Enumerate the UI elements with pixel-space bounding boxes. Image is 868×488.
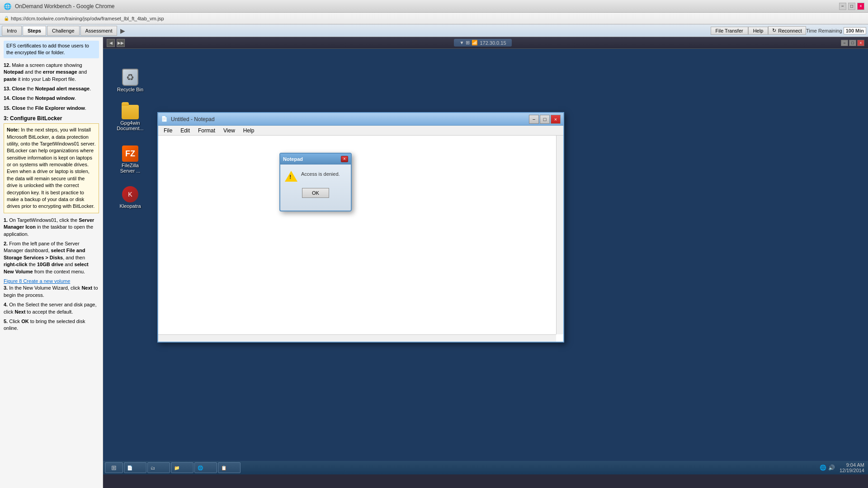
taskbar-item-3[interactable]: 📁 — [171, 462, 193, 473]
vm-area: ◀ ▶▶ ▼ ⊞ 📶 172.30.0.15 − □ × — [103, 37, 868, 488]
taskbar-icon-4: 🌐 — [198, 465, 203, 470]
taskbar-icon-5: 📋 — [221, 465, 226, 470]
nav-bar: Intro Steps Challenge Assessment ▶ File … — [0, 24, 868, 37]
lock-icon: 🔒 — [4, 16, 9, 21]
step-15-num: 15. — [4, 105, 10, 111]
kleopatra-icon[interactable]: K Kleopatra — [112, 184, 148, 211]
address-text[interactable]: https://dcm.toolwire.com/training/jsp/od… — [11, 16, 164, 21]
desktop: Recycle Bin Gpg4win Document... FZ FileZ… — [103, 49, 868, 474]
gpg4win-icon[interactable]: Gpg4win Document... — [112, 103, 148, 133]
configure-step-5: 5. Click OK to bring the selected disk o… — [4, 318, 99, 332]
figure-link[interactable]: Figure 8 Create a new volume — [4, 278, 99, 285]
tab-steps[interactable]: Steps — [23, 26, 46, 36]
configure-step-1: 1. On TargetWindows01, click the Server … — [4, 217, 99, 238]
configure-step-2-text: From the left pane of the Server Manager… — [4, 241, 89, 274]
notepad-content[interactable] — [158, 136, 563, 342]
vm-maximize-btn[interactable]: □ — [849, 40, 856, 46]
taskbar-item-5[interactable]: 📋 — [218, 462, 241, 473]
alert-footer: OK — [280, 185, 351, 201]
note-text: In the next steps, you will Install Micr… — [7, 127, 95, 209]
configure-step-4-text: On the Select the server and disk page, … — [4, 302, 96, 314]
alert-ok-button[interactable]: OK — [302, 188, 329, 198]
time-badge: 100 Min — [844, 27, 866, 34]
gpg4win-label: Gpg4win Document... — [114, 120, 146, 131]
notepad-minimize-btn[interactable]: − — [529, 115, 539, 124]
vm-signal-icon: 📶 — [472, 40, 478, 46]
taskbar-system-icons: 🌐 🔊 — [816, 465, 839, 471]
main-content: EFS certificates to add those users to t… — [0, 37, 868, 488]
kleopatra-label: Kleopatra — [114, 203, 146, 209]
notepad-window: 📄 Untitled - Notepad − □ × File Edit For… — [157, 112, 564, 343]
vm-toolbar-btn[interactable]: ◀ — [107, 39, 115, 47]
vm-minimize-btn[interactable]: − — [841, 40, 848, 46]
recycle-bin-label: Recycle Bin — [114, 87, 146, 92]
browser-maximize-btn[interactable]: □ — [848, 3, 855, 10]
notepad-menu-view[interactable]: View — [220, 127, 239, 135]
configure-step-2-num: 2. — [4, 241, 8, 246]
step-12-text: Make a screen capture showing Notepad an… — [4, 62, 87, 82]
notepad-titlebar: 📄 Untitled - Notepad − □ × — [158, 113, 563, 126]
notepad-close-btn[interactable]: × — [551, 115, 561, 124]
vm-server-ip: 172.30.0.15 — [480, 40, 506, 46]
browser-addressbar: 🔒 https://dcm.toolwire.com/training/jsp/… — [0, 13, 868, 24]
note-title: Note: — [7, 127, 19, 132]
help-button[interactable]: Help — [748, 27, 769, 35]
alert-titlebar: Notepad × — [280, 154, 351, 164]
notepad-scrollbar-vertical[interactable] — [556, 136, 563, 334]
step-13: 13. Close the Notepad alert message. — [4, 85, 99, 92]
alert-body: Access is denied. — [280, 164, 351, 185]
notepad-win-buttons: − □ × — [529, 115, 561, 124]
notepad-title: Untitled - Notepad — [171, 116, 529, 122]
tab-challenge[interactable]: Challenge — [47, 26, 80, 36]
vm-close-btn[interactable]: × — [857, 40, 864, 46]
recycle-bin-icon[interactable]: Recycle Bin — [112, 67, 148, 94]
configure-step-5-text: Click OK to bring the selected disk onli… — [4, 319, 85, 331]
step-15-text: Close the File Explorer window. — [12, 105, 86, 111]
taskbar-item-4[interactable]: 🌐 — [194, 462, 217, 473]
notepad-menu-edit[interactable]: Edit — [177, 127, 193, 135]
alert-message: Access is denied. — [301, 170, 340, 177]
filezilla-icon[interactable]: FZ FileZilla Server ... — [112, 144, 148, 175]
taskbar-item-1[interactable]: 📄 — [124, 462, 146, 473]
notepad-alert-dialog: Notepad × Access is denied. OK — [279, 153, 352, 211]
media-control-icon[interactable]: ▶ — [118, 27, 127, 34]
notepad-menu-file[interactable]: File — [160, 127, 176, 135]
step-13-text: Close the Notepad alert message. — [12, 86, 91, 91]
configure-step-4-num: 4. — [4, 302, 8, 307]
file-transfer-button[interactable]: File Transfer — [711, 27, 748, 35]
browser-close-btn[interactable]: × — [857, 3, 864, 10]
taskbar-icon-2: 🗂 — [151, 465, 155, 470]
highlight-text: EFS certificates to add those users to t… — [4, 41, 99, 58]
clock-time: 9:04 AM — [840, 462, 864, 468]
notepad-menu-help[interactable]: Help — [240, 127, 258, 135]
taskbar-item-2[interactable]: 🗂 — [147, 462, 170, 473]
vm-icon1: ⊞ — [466, 40, 470, 46]
tab-assessment[interactable]: Assessment — [80, 26, 118, 36]
configure-step-3-num: 3. — [4, 285, 8, 291]
vm-toolbar: ◀ ▶▶ ▼ ⊞ 📶 172.30.0.15 − □ × — [103, 37, 868, 49]
step-12: 12. Make a screen capture showing Notepa… — [4, 62, 99, 83]
notepad-menu-format[interactable]: Format — [194, 127, 219, 135]
tab-intro[interactable]: Intro — [2, 26, 22, 36]
start-button[interactable]: ⊞ — [105, 462, 123, 473]
notepad-menubar: File Edit Format View Help — [158, 126, 563, 136]
browser-title: OnDemand Workbench - Google Chrome — [15, 3, 835, 9]
clock-date: 12/19/2014 — [840, 468, 864, 473]
browser-minimize-btn[interactable]: − — [839, 3, 846, 10]
start-icon: ⊞ — [111, 464, 117, 471]
configure-step-3-text: In the New Volume Wizard, click Next to … — [4, 285, 98, 297]
section-title: 3: Configure BitLocker — [4, 115, 99, 122]
warning-icon — [285, 171, 297, 182]
browser-titlebar: 🌐 OnDemand Workbench - Google Chrome − □… — [0, 0, 868, 13]
configure-step-2: 2. From the left pane of the Server Mana… — [4, 240, 99, 275]
reconnect-button[interactable]: ↻ Reconnect — [768, 26, 806, 35]
taskbar-icon-3: 📁 — [174, 465, 179, 470]
notepad-maximize-btn[interactable]: □ — [540, 115, 550, 124]
network-icon: 🌐 — [820, 465, 826, 471]
vm-toolbar-btn2[interactable]: ▶▶ — [117, 39, 125, 47]
configure-step-4: 4. On the Select the server and disk pag… — [4, 301, 99, 315]
alert-close-btn[interactable]: × — [341, 156, 348, 162]
notepad-scrollbar-horizontal[interactable] — [158, 334, 556, 342]
browser-controls: − □ × — [839, 3, 864, 10]
time-remaining-label: Time Remaining 100 Min — [806, 28, 866, 33]
